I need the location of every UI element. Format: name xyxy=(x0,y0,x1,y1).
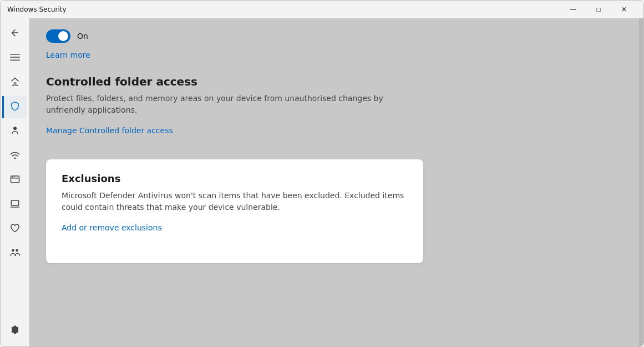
close-button[interactable]: ✕ xyxy=(611,1,637,18)
svg-rect-0 xyxy=(10,54,20,55)
controlled-folder-description: Protect files, folders, and memory areas… xyxy=(46,93,390,116)
device-icon xyxy=(10,199,20,211)
toggle-track xyxy=(46,29,70,43)
svg-rect-1 xyxy=(10,57,20,58)
shield-icon xyxy=(10,101,20,113)
person-icon xyxy=(10,125,20,138)
sidebar-item-network[interactable] xyxy=(3,145,27,167)
family-icon xyxy=(10,248,20,260)
add-remove-exclusions-link[interactable]: Add or remove exclusions xyxy=(62,223,162,232)
home-icon xyxy=(10,77,20,89)
sidebar-item-account[interactable] xyxy=(3,120,27,143)
sidebar-item-back[interactable] xyxy=(3,23,27,45)
svg-rect-4 xyxy=(11,176,19,183)
exclusions-card-description: Microsoft Defender Antivirus won't scan … xyxy=(62,190,408,213)
toggle-switch[interactable] xyxy=(46,29,70,43)
minimize-button[interactable]: — xyxy=(560,1,586,18)
maximize-button[interactable]: □ xyxy=(586,1,611,18)
browser-icon xyxy=(10,174,20,187)
toggle-thumb xyxy=(58,31,68,41)
toggle-row: On xyxy=(46,29,622,43)
scrollbar[interactable] xyxy=(639,18,643,346)
sidebar-item-health[interactable] xyxy=(3,218,27,240)
svg-point-6 xyxy=(12,177,13,178)
app-window: Windows Security — □ ✕ xyxy=(0,0,644,347)
controlled-folder-section: Controlled folder access Protect files, … xyxy=(46,75,622,150)
app-body: On Learn more Controlled folder access P… xyxy=(1,18,643,346)
sidebar-item-protection[interactable] xyxy=(2,96,27,118)
exclusions-card: Exclusions Microsoft Defender Antivirus … xyxy=(46,159,423,263)
sidebar-item-menu[interactable] xyxy=(3,47,27,69)
svg-point-9 xyxy=(12,249,14,252)
svg-rect-2 xyxy=(10,60,20,61)
svg-point-3 xyxy=(13,127,17,130)
svg-rect-8 xyxy=(11,200,19,205)
window-controls: — □ ✕ xyxy=(560,1,637,18)
toggle-label: On xyxy=(77,32,88,41)
svg-point-7 xyxy=(13,177,14,178)
controlled-folder-title: Controlled folder access xyxy=(46,75,622,88)
svg-point-10 xyxy=(16,249,18,252)
title-bar: Windows Security — □ ✕ xyxy=(1,1,643,18)
hamburger-icon xyxy=(10,52,20,64)
health-icon xyxy=(10,223,20,235)
sidebar-item-family[interactable] xyxy=(3,243,27,265)
exclusions-card-title: Exclusions xyxy=(62,173,408,184)
sidebar-item-browser[interactable] xyxy=(3,169,27,192)
sidebar-item-home[interactable] xyxy=(3,72,27,94)
back-arrow-icon xyxy=(10,28,20,40)
window-title: Windows Security xyxy=(7,6,560,13)
settings-icon xyxy=(10,325,20,337)
sidebar-item-device[interactable] xyxy=(3,194,27,216)
wifi-icon xyxy=(10,150,20,162)
main-content: On Learn more Controlled folder access P… xyxy=(29,18,639,346)
sidebar-item-settings[interactable] xyxy=(3,320,27,342)
manage-controlled-folder-link[interactable]: Manage Controlled folder access xyxy=(46,126,173,135)
learn-more-link[interactable]: Learn more xyxy=(46,51,90,59)
sidebar xyxy=(1,18,29,346)
